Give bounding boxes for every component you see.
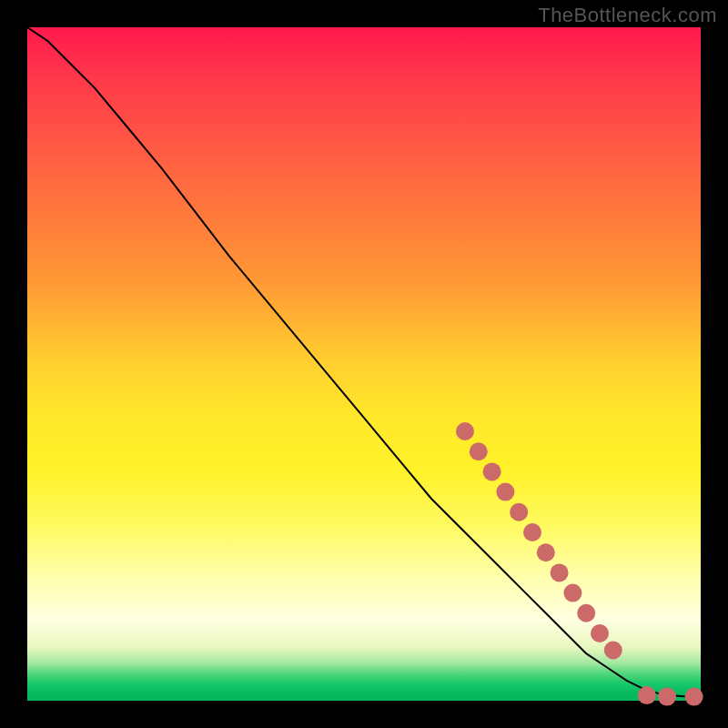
- data-marker: [470, 442, 488, 460]
- data-marker: [658, 688, 676, 706]
- data-marker: [685, 688, 703, 706]
- data-marker: [638, 686, 656, 704]
- watermark-text: TheBottleneck.com: [538, 4, 717, 27]
- data-marker: [523, 523, 541, 541]
- data-marker: [551, 563, 569, 581]
- plot-area: [27, 27, 701, 701]
- curve-line: [27, 27, 701, 697]
- data-marker: [483, 462, 501, 480]
- chart-svg: [27, 27, 701, 701]
- data-marker: [604, 642, 622, 660]
- chart-frame: TheBottleneck.com: [0, 0, 728, 728]
- marker-group: [456, 422, 703, 706]
- data-marker: [510, 503, 528, 521]
- data-marker: [577, 604, 595, 622]
- data-marker: [496, 483, 514, 501]
- data-marker: [456, 422, 474, 440]
- data-marker: [563, 584, 581, 602]
- data-marker: [591, 624, 609, 642]
- data-marker: [537, 543, 555, 561]
